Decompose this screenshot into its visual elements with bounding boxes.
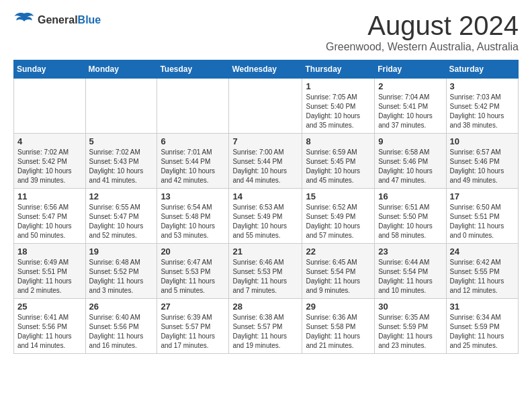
logo-blue: Blue [78, 14, 101, 26]
calendar-cell: 25Sunrise: 6:41 AM Sunset: 5:56 PM Dayli… [14, 299, 86, 354]
column-header-monday: Monday [85, 60, 157, 79]
day-number: 9 [378, 136, 442, 146]
day-number: 18 [17, 246, 82, 257]
calendar-cell: 10Sunrise: 6:57 AM Sunset: 5:46 PM Dayli… [446, 134, 518, 189]
day-info: Sunrise: 6:48 AM Sunset: 5:52 PM Dayligh… [89, 258, 154, 295]
day-number: 10 [450, 136, 515, 146]
day-number: 1 [306, 81, 371, 91]
day-number: 11 [17, 191, 82, 201]
logo-bird-icon [13, 11, 35, 30]
logo: GeneralBlue [13, 11, 101, 30]
day-info: Sunrise: 6:56 AM Sunset: 5:47 PM Dayligh… [17, 203, 82, 240]
day-number: 20 [161, 246, 225, 257]
day-info: Sunrise: 6:44 AM Sunset: 5:54 PM Dayligh… [378, 258, 442, 295]
week-row-2: 4Sunrise: 7:02 AM Sunset: 5:42 PM Daylig… [14, 134, 519, 189]
calendar-cell: 11Sunrise: 6:56 AM Sunset: 5:47 PM Dayli… [14, 189, 86, 244]
column-header-tuesday: Tuesday [157, 60, 229, 79]
day-info: Sunrise: 6:34 AM Sunset: 5:59 PM Dayligh… [450, 313, 515, 351]
day-number: 24 [450, 246, 515, 257]
day-number: 2 [378, 81, 442, 91]
day-info: Sunrise: 7:03 AM Sunset: 5:42 PM Dayligh… [450, 93, 515, 130]
day-number: 25 [17, 302, 82, 312]
day-number: 4 [17, 136, 82, 146]
month-year-title: August 2024 [326, 11, 519, 41]
day-number: 31 [450, 302, 515, 312]
day-number: 12 [89, 191, 154, 201]
day-number: 13 [161, 191, 225, 201]
day-number: 8 [306, 136, 371, 146]
calendar-cell: 15Sunrise: 6:52 AM Sunset: 5:49 PM Dayli… [302, 189, 375, 244]
day-info: Sunrise: 6:50 AM Sunset: 5:51 PM Dayligh… [450, 203, 515, 240]
calendar-cell: 7Sunrise: 7:00 AM Sunset: 5:44 PM Daylig… [229, 134, 302, 189]
column-header-thursday: Thursday [302, 60, 375, 79]
calendar-cell: 17Sunrise: 6:50 AM Sunset: 5:51 PM Dayli… [446, 189, 518, 244]
column-header-friday: Friday [375, 60, 446, 79]
day-number: 14 [232, 191, 298, 201]
day-number: 28 [232, 302, 298, 312]
calendar-cell: 1Sunrise: 7:05 AM Sunset: 5:40 PM Daylig… [302, 79, 375, 134]
day-number: 19 [89, 246, 154, 257]
day-info: Sunrise: 6:36 AM Sunset: 5:58 PM Dayligh… [306, 313, 371, 351]
day-info: Sunrise: 7:04 AM Sunset: 5:41 PM Dayligh… [378, 93, 442, 130]
calendar-cell: 23Sunrise: 6:44 AM Sunset: 5:54 PM Dayli… [375, 244, 446, 299]
calendar-cell [157, 79, 229, 134]
logo-text: GeneralBlue [38, 14, 101, 26]
day-number: 3 [450, 81, 515, 91]
week-row-1: 1Sunrise: 7:05 AM Sunset: 5:40 PM Daylig… [14, 79, 519, 134]
day-number: 7 [232, 136, 298, 146]
calendar-cell: 31Sunrise: 6:34 AM Sunset: 5:59 PM Dayli… [446, 299, 518, 354]
day-info: Sunrise: 6:47 AM Sunset: 5:53 PM Dayligh… [161, 258, 225, 295]
day-info: Sunrise: 6:49 AM Sunset: 5:51 PM Dayligh… [17, 258, 82, 295]
calendar-cell: 24Sunrise: 6:42 AM Sunset: 5:55 PM Dayli… [446, 244, 518, 299]
day-info: Sunrise: 6:58 AM Sunset: 5:46 PM Dayligh… [378, 148, 442, 185]
column-header-wednesday: Wednesday [229, 60, 302, 79]
calendar-cell: 30Sunrise: 6:35 AM Sunset: 5:59 PM Dayli… [375, 299, 446, 354]
day-info: Sunrise: 7:02 AM Sunset: 5:43 PM Dayligh… [89, 148, 154, 185]
day-number: 22 [306, 246, 371, 257]
day-info: Sunrise: 6:57 AM Sunset: 5:46 PM Dayligh… [450, 148, 515, 185]
day-info: Sunrise: 7:00 AM Sunset: 5:44 PM Dayligh… [232, 148, 298, 185]
column-header-saturday: Saturday [446, 60, 518, 79]
title-area: August 2024 Greenwood, Western Australia… [326, 11, 519, 53]
day-number: 29 [306, 302, 371, 312]
day-info: Sunrise: 6:52 AM Sunset: 5:49 PM Dayligh… [306, 203, 371, 240]
day-info: Sunrise: 6:41 AM Sunset: 5:56 PM Dayligh… [17, 313, 82, 351]
calendar-cell: 28Sunrise: 6:38 AM Sunset: 5:57 PM Dayli… [229, 299, 302, 354]
calendar-cell: 21Sunrise: 6:46 AM Sunset: 5:53 PM Dayli… [229, 244, 302, 299]
day-info: Sunrise: 6:53 AM Sunset: 5:49 PM Dayligh… [232, 203, 298, 240]
calendar-cell: 13Sunrise: 6:54 AM Sunset: 5:48 PM Dayli… [157, 189, 229, 244]
day-number: 16 [378, 191, 442, 201]
day-info: Sunrise: 6:39 AM Sunset: 5:57 PM Dayligh… [161, 313, 225, 351]
day-number: 23 [378, 246, 442, 257]
calendar-cell: 27Sunrise: 6:39 AM Sunset: 5:57 PM Dayli… [157, 299, 229, 354]
day-number: 21 [232, 246, 298, 257]
day-info: Sunrise: 6:55 AM Sunset: 5:47 PM Dayligh… [89, 203, 154, 240]
day-info: Sunrise: 6:40 AM Sunset: 5:56 PM Dayligh… [89, 313, 154, 351]
day-info: Sunrise: 7:01 AM Sunset: 5:44 PM Dayligh… [161, 148, 225, 185]
location-subtitle: Greenwood, Western Australia, Australia [326, 41, 519, 53]
calendar-cell: 18Sunrise: 6:49 AM Sunset: 5:51 PM Dayli… [14, 244, 86, 299]
calendar-cell: 20Sunrise: 6:47 AM Sunset: 5:53 PM Dayli… [157, 244, 229, 299]
column-header-sunday: Sunday [14, 60, 86, 79]
calendar-cell: 4Sunrise: 7:02 AM Sunset: 5:42 PM Daylig… [14, 134, 86, 189]
calendar-cell: 3Sunrise: 7:03 AM Sunset: 5:42 PM Daylig… [446, 79, 518, 134]
day-number: 30 [378, 302, 442, 312]
calendar-table: SundayMondayTuesdayWednesdayThursdayFrid… [13, 60, 519, 354]
day-number: 6 [161, 136, 225, 146]
day-info: Sunrise: 7:05 AM Sunset: 5:40 PM Dayligh… [306, 93, 371, 130]
day-info: Sunrise: 6:35 AM Sunset: 5:59 PM Dayligh… [378, 313, 442, 351]
logo-general: General [38, 14, 78, 26]
calendar-cell [14, 79, 86, 134]
page-header: GeneralBlue August 2024 Greenwood, Weste… [13, 11, 519, 53]
day-info: Sunrise: 7:02 AM Sunset: 5:42 PM Dayligh… [17, 148, 82, 185]
day-info: Sunrise: 6:46 AM Sunset: 5:53 PM Dayligh… [232, 258, 298, 295]
day-number: 15 [306, 191, 371, 201]
calendar-cell: 2Sunrise: 7:04 AM Sunset: 5:41 PM Daylig… [375, 79, 446, 134]
calendar-cell: 5Sunrise: 7:02 AM Sunset: 5:43 PM Daylig… [85, 134, 157, 189]
calendar-cell [229, 79, 302, 134]
day-info: Sunrise: 6:42 AM Sunset: 5:55 PM Dayligh… [450, 258, 515, 295]
calendar-cell: 8Sunrise: 6:59 AM Sunset: 5:45 PM Daylig… [302, 134, 375, 189]
calendar-cell: 14Sunrise: 6:53 AM Sunset: 5:49 PM Dayli… [229, 189, 302, 244]
calendar-cell: 22Sunrise: 6:45 AM Sunset: 5:54 PM Dayli… [302, 244, 375, 299]
day-info: Sunrise: 6:51 AM Sunset: 5:50 PM Dayligh… [378, 203, 442, 240]
